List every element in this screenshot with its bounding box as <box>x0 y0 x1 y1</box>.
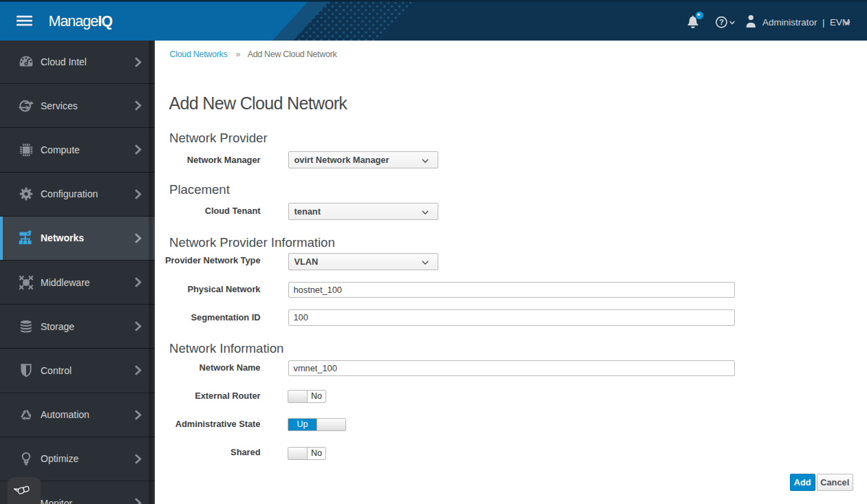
svg-text:?: ? <box>719 18 724 26</box>
